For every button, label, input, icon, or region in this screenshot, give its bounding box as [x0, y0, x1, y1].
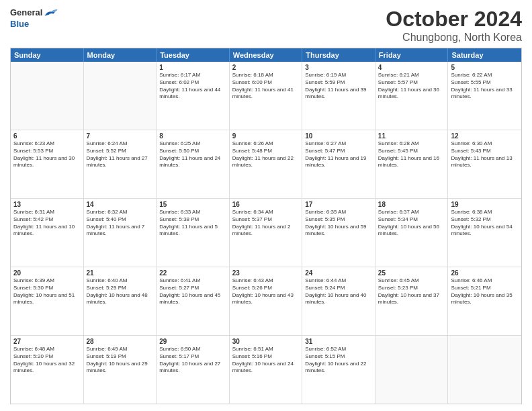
day-info: Sunrise: 6:40 AM Sunset: 5:29 PM Dayligh…	[87, 277, 154, 306]
day-number: 6	[13, 132, 81, 140]
day-info: Sunrise: 6:33 AM Sunset: 5:38 PM Dayligh…	[159, 209, 226, 238]
day-cell-19: 19Sunrise: 6:38 AM Sunset: 5:32 PM Dayli…	[448, 199, 521, 267]
week-row-3: 13Sunrise: 6:31 AM Sunset: 5:42 PM Dayli…	[11, 198, 521, 267]
day-number: 15	[159, 201, 226, 208]
day-cell-4: 4Sunrise: 6:21 AM Sunset: 5:57 PM Daylig…	[375, 62, 449, 130]
day-number: 31	[305, 338, 372, 345]
day-info: Sunrise: 6:52 AM Sunset: 5:15 PM Dayligh…	[305, 346, 372, 375]
day-number: 26	[451, 269, 519, 277]
day-info: Sunrise: 6:18 AM Sunset: 6:00 PM Dayligh…	[232, 72, 300, 101]
day-cell-31: 31Sunrise: 6:52 AM Sunset: 5:15 PM Dayli…	[302, 336, 375, 404]
day-header-friday: Friday	[375, 48, 449, 62]
week-row-5: 27Sunrise: 6:48 AM Sunset: 5:20 PM Dayli…	[11, 335, 521, 404]
page: General Blue October 2024 Chungbong, Nor…	[0, 0, 532, 411]
day-cell-29: 29Sunrise: 6:50 AM Sunset: 5:17 PM Dayli…	[157, 336, 230, 404]
day-info: Sunrise: 6:49 AM Sunset: 5:19 PM Dayligh…	[87, 346, 154, 375]
day-number: 19	[451, 201, 519, 208]
day-header-thursday: Thursday	[302, 48, 375, 62]
day-header-saturday: Saturday	[448, 48, 521, 62]
day-number: 4	[378, 64, 445, 71]
day-info: Sunrise: 6:46 AM Sunset: 5:21 PM Dayligh…	[451, 277, 519, 306]
week-row-4: 20Sunrise: 6:39 AM Sunset: 5:30 PM Dayli…	[11, 267, 521, 335]
day-cell-8: 8Sunrise: 6:25 AM Sunset: 5:50 PM Daylig…	[157, 130, 230, 198]
day-number: 29	[159, 338, 226, 345]
day-number: 3	[305, 64, 372, 71]
calendar: SundayMondayTuesdayWednesdayThursdayFrid…	[10, 48, 522, 404]
day-info: Sunrise: 6:37 AM Sunset: 5:34 PM Dayligh…	[378, 209, 445, 238]
calendar-header: SundayMondayTuesdayWednesdayThursdayFrid…	[11, 48, 521, 62]
calendar-body: 1Sunrise: 6:17 AM Sunset: 6:02 PM Daylig…	[11, 62, 521, 404]
day-cell-24: 24Sunrise: 6:44 AM Sunset: 5:24 PM Dayli…	[302, 267, 375, 335]
day-info: Sunrise: 6:22 AM Sunset: 5:55 PM Dayligh…	[451, 72, 519, 101]
logo: General Blue	[10, 7, 58, 30]
day-cell-14: 14Sunrise: 6:32 AM Sunset: 5:40 PM Dayli…	[84, 199, 157, 267]
day-header-tuesday: Tuesday	[157, 48, 230, 62]
day-cell-30: 30Sunrise: 6:51 AM Sunset: 5:16 PM Dayli…	[230, 336, 303, 404]
title-month: October 2024	[386, 7, 522, 32]
day-number: 20	[13, 269, 81, 277]
day-number: 1	[159, 64, 226, 71]
title-section: October 2024 Chungbong, North Korea	[386, 7, 522, 44]
day-info: Sunrise: 6:28 AM Sunset: 5:45 PM Dayligh…	[378, 140, 445, 169]
day-number: 17	[305, 201, 372, 208]
day-number: 11	[378, 132, 445, 140]
day-info: Sunrise: 6:44 AM Sunset: 5:24 PM Dayligh…	[305, 277, 372, 306]
day-header-monday: Monday	[84, 48, 157, 62]
day-info: Sunrise: 6:39 AM Sunset: 5:30 PM Dayligh…	[13, 277, 81, 306]
day-number: 21	[87, 269, 154, 277]
day-info: Sunrise: 6:24 AM Sunset: 5:52 PM Dayligh…	[87, 140, 154, 169]
day-info: Sunrise: 6:26 AM Sunset: 5:48 PM Dayligh…	[232, 140, 300, 169]
day-info: Sunrise: 6:21 AM Sunset: 5:57 PM Dayligh…	[378, 72, 445, 101]
day-number: 16	[232, 201, 300, 208]
day-number: 10	[305, 132, 372, 140]
day-cell-17: 17Sunrise: 6:35 AM Sunset: 5:35 PM Dayli…	[302, 199, 375, 267]
day-header-sunday: Sunday	[11, 48, 84, 62]
day-info: Sunrise: 6:31 AM Sunset: 5:42 PM Dayligh…	[13, 209, 81, 238]
day-info: Sunrise: 6:41 AM Sunset: 5:27 PM Dayligh…	[159, 277, 226, 306]
day-info: Sunrise: 6:32 AM Sunset: 5:40 PM Dayligh…	[87, 209, 154, 238]
day-cell-15: 15Sunrise: 6:33 AM Sunset: 5:38 PM Dayli…	[157, 199, 230, 267]
day-number: 9	[232, 132, 300, 140]
logo-general-text: General	[10, 7, 42, 18]
week-row-2: 6Sunrise: 6:23 AM Sunset: 5:53 PM Daylig…	[11, 130, 521, 198]
day-cell-2: 2Sunrise: 6:18 AM Sunset: 6:00 PM Daylig…	[230, 62, 303, 130]
day-cell-9: 9Sunrise: 6:26 AM Sunset: 5:48 PM Daylig…	[230, 130, 303, 198]
day-cell-11: 11Sunrise: 6:28 AM Sunset: 5:45 PM Dayli…	[375, 130, 449, 198]
day-info: Sunrise: 6:45 AM Sunset: 5:23 PM Dayligh…	[378, 277, 445, 306]
day-info: Sunrise: 6:43 AM Sunset: 5:26 PM Dayligh…	[232, 277, 300, 306]
day-cell-22: 22Sunrise: 6:41 AM Sunset: 5:27 PM Dayli…	[157, 267, 230, 335]
day-number: 30	[232, 338, 300, 345]
day-info: Sunrise: 6:30 AM Sunset: 5:43 PM Dayligh…	[451, 140, 519, 169]
day-cell-empty	[448, 336, 521, 404]
day-info: Sunrise: 6:25 AM Sunset: 5:50 PM Dayligh…	[159, 140, 226, 169]
day-info: Sunrise: 6:35 AM Sunset: 5:35 PM Dayligh…	[305, 209, 372, 238]
day-header-wednesday: Wednesday	[230, 48, 303, 62]
day-info: Sunrise: 6:50 AM Sunset: 5:17 PM Dayligh…	[159, 346, 226, 375]
day-cell-5: 5Sunrise: 6:22 AM Sunset: 5:55 PM Daylig…	[448, 62, 521, 130]
day-info: Sunrise: 6:27 AM Sunset: 5:47 PM Dayligh…	[305, 140, 372, 169]
day-info: Sunrise: 6:38 AM Sunset: 5:32 PM Dayligh…	[451, 209, 519, 238]
day-number: 12	[451, 132, 519, 140]
day-number: 24	[305, 269, 372, 277]
day-number: 7	[87, 132, 154, 140]
day-cell-28: 28Sunrise: 6:49 AM Sunset: 5:19 PM Dayli…	[84, 336, 157, 404]
day-number: 2	[232, 64, 300, 71]
day-cell-13: 13Sunrise: 6:31 AM Sunset: 5:42 PM Dayli…	[11, 199, 84, 267]
day-cell-10: 10Sunrise: 6:27 AM Sunset: 5:47 PM Dayli…	[302, 130, 375, 198]
day-cell-23: 23Sunrise: 6:43 AM Sunset: 5:26 PM Dayli…	[230, 267, 303, 335]
day-cell-3: 3Sunrise: 6:19 AM Sunset: 5:59 PM Daylig…	[302, 62, 375, 130]
day-cell-16: 16Sunrise: 6:34 AM Sunset: 5:37 PM Dayli…	[230, 199, 303, 267]
week-row-1: 1Sunrise: 6:17 AM Sunset: 6:02 PM Daylig…	[11, 62, 521, 130]
day-cell-20: 20Sunrise: 6:39 AM Sunset: 5:30 PM Dayli…	[11, 267, 84, 335]
day-cell-empty	[375, 336, 449, 404]
title-location: Chungbong, North Korea	[386, 32, 522, 44]
day-number: 18	[378, 201, 445, 208]
day-cell-21: 21Sunrise: 6:40 AM Sunset: 5:29 PM Dayli…	[84, 267, 157, 335]
day-info: Sunrise: 6:51 AM Sunset: 5:16 PM Dayligh…	[232, 346, 300, 375]
day-cell-1: 1Sunrise: 6:17 AM Sunset: 6:02 PM Daylig…	[157, 62, 230, 130]
day-cell-26: 26Sunrise: 6:46 AM Sunset: 5:21 PM Dayli…	[448, 267, 521, 335]
day-cell-27: 27Sunrise: 6:48 AM Sunset: 5:20 PM Dayli…	[11, 336, 84, 404]
day-cell-7: 7Sunrise: 6:24 AM Sunset: 5:52 PM Daylig…	[84, 130, 157, 198]
day-info: Sunrise: 6:23 AM Sunset: 5:53 PM Dayligh…	[13, 140, 81, 169]
day-info: Sunrise: 6:48 AM Sunset: 5:20 PM Dayligh…	[13, 346, 81, 375]
